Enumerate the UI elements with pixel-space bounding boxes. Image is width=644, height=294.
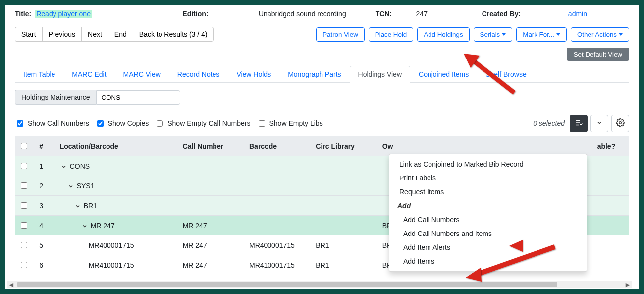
row-circ-library: BR1: [312, 235, 378, 255]
start-button[interactable]: Start: [15, 27, 42, 42]
row-checkbox[interactable]: [21, 163, 27, 169]
actions-menu-button[interactable]: [570, 115, 588, 132]
tab-marc-view[interactable]: MARC View: [115, 66, 169, 83]
row-circ-library: BR1: [312, 255, 378, 275]
annotation-arrow-icon: [451, 237, 570, 284]
created-by-label: Created By:: [482, 10, 521, 18]
row-call-number: MR 247: [179, 216, 245, 235]
col-location: Location/Barcode: [56, 136, 179, 156]
row-checkbox[interactable]: [21, 202, 27, 209]
end-button[interactable]: End: [108, 27, 133, 42]
menu-link-conjoined[interactable]: Link as Conjoined to Marked Bib Record: [389, 157, 587, 171]
next-button[interactable]: Next: [81, 27, 108, 42]
row-circ-library: [312, 216, 378, 235]
row-num: 4: [35, 216, 55, 235]
set-default-view-button[interactable]: Set Default View: [567, 48, 629, 61]
select-all-checkbox[interactable]: [21, 143, 27, 149]
show-empty-libs-checkbox[interactable]: Show Empty Libs: [257, 119, 323, 128]
menu-add-call-numbers[interactable]: Add Call Numbers: [389, 213, 587, 227]
row-num: 3: [35, 196, 55, 216]
row-num: 6: [35, 255, 55, 275]
holdings-maintenance-label: Holdings Maintenance: [15, 90, 96, 105]
svg-line-5: [473, 247, 555, 276]
mark-for-dropdown[interactable]: Mark For...: [516, 27, 567, 42]
patron-view-button[interactable]: Patron View: [316, 27, 365, 42]
row-num: 5: [35, 235, 55, 255]
row-checkbox[interactable]: [21, 242, 27, 248]
scroll-left-icon[interactable]: ◄: [7, 281, 15, 288]
chevron-down-icon[interactable]: [82, 222, 88, 230]
row-location: BR1: [56, 196, 179, 216]
row-location: MR400001715: [56, 235, 179, 255]
holdings-maintenance-input[interactable]: [96, 90, 180, 105]
row-call-number: [179, 176, 245, 196]
col-call-number: Call Number: [179, 136, 245, 156]
dropdown-toggle-button[interactable]: [590, 115, 608, 132]
edition-label: Edition:: [182, 10, 208, 18]
row-barcode: [245, 176, 312, 196]
tab-record-notes[interactable]: Record Notes: [169, 66, 228, 83]
row-circ-library: [312, 196, 378, 216]
row-call-number: MR 247: [179, 235, 245, 255]
row-location: SYS1: [56, 176, 179, 196]
row-barcode: [245, 216, 312, 235]
row-call-number: MR 247: [179, 255, 245, 275]
svg-marker-4: [509, 240, 523, 252]
tcn-label: TCN:: [376, 10, 392, 18]
show-call-numbers-checkbox[interactable]: Show Call Numbers: [15, 119, 89, 128]
tcn-value: 247: [416, 10, 428, 18]
list-check-icon: [574, 118, 583, 129]
menu-add-header: Add: [389, 199, 587, 213]
svg-marker-6: [466, 268, 482, 282]
row-location: MR410001715: [56, 255, 179, 275]
chevron-down-icon[interactable]: [61, 162, 67, 170]
scroll-right-icon[interactable]: ►: [624, 281, 632, 288]
title-label: Title:: [15, 10, 31, 18]
row-barcode: [245, 196, 312, 216]
col-circ-library: Circ Library: [312, 136, 378, 156]
chevron-down-icon: [596, 120, 602, 127]
row-checkbox[interactable]: [21, 182, 27, 189]
back-to-results-button[interactable]: Back to Results (3 / 4): [133, 27, 214, 42]
show-copies-checkbox[interactable]: Show Copies: [95, 119, 149, 128]
col-owning: Ow: [378, 136, 409, 156]
settings-button[interactable]: [611, 115, 629, 132]
row-barcode: [245, 156, 312, 176]
row-checkbox[interactable]: [21, 222, 27, 229]
row-num: 2: [35, 176, 55, 196]
col-able: able?: [593, 136, 629, 156]
show-empty-call-numbers-checkbox[interactable]: Show Empty Call Numbers: [155, 119, 250, 128]
selected-count: 0 selected: [533, 119, 565, 127]
serials-dropdown[interactable]: Serials: [474, 27, 513, 42]
tab-monograph-parts[interactable]: Monograph Parts: [279, 66, 349, 83]
edition-value: Unabridged sound recording: [259, 10, 346, 18]
previous-button[interactable]: Previous: [42, 27, 81, 42]
tab-holdings-view[interactable]: Holdings View: [350, 66, 410, 83]
row-barcode: MR410001715: [245, 255, 312, 275]
svg-point-0: [619, 121, 622, 124]
row-location: MR 247: [56, 216, 179, 235]
row-circ-library: [312, 156, 378, 176]
row-circ-library: [312, 176, 378, 196]
row-call-number: [179, 156, 245, 176]
tab-item-table[interactable]: Item Table: [15, 66, 63, 83]
place-hold-button[interactable]: Place Hold: [369, 27, 413, 42]
tab-view-holds[interactable]: View Holds: [228, 66, 279, 83]
tab-marc-edit[interactable]: MARC Edit: [63, 66, 114, 83]
menu-request-items[interactable]: Request Items: [389, 185, 587, 199]
menu-print-labels[interactable]: Print Labels: [389, 171, 587, 185]
chevron-down-icon[interactable]: [68, 182, 74, 190]
row-barcode: MR400001715: [245, 235, 312, 255]
created-by-link[interactable]: admin: [568, 10, 587, 18]
svg-line-1: [470, 58, 514, 93]
row-checkbox[interactable]: [21, 262, 27, 268]
add-holdings-button[interactable]: Add Holdings: [417, 27, 469, 42]
chevron-down-icon[interactable]: [75, 202, 81, 210]
gear-icon: [616, 118, 625, 129]
row-location: CONS: [56, 156, 179, 176]
col-num: #: [35, 136, 55, 156]
annotation-arrow-icon: [460, 51, 529, 100]
other-actions-dropdown[interactable]: Other Actions: [571, 27, 629, 42]
row-call-number: [179, 196, 245, 216]
title-link[interactable]: Ready player one: [35, 10, 92, 18]
